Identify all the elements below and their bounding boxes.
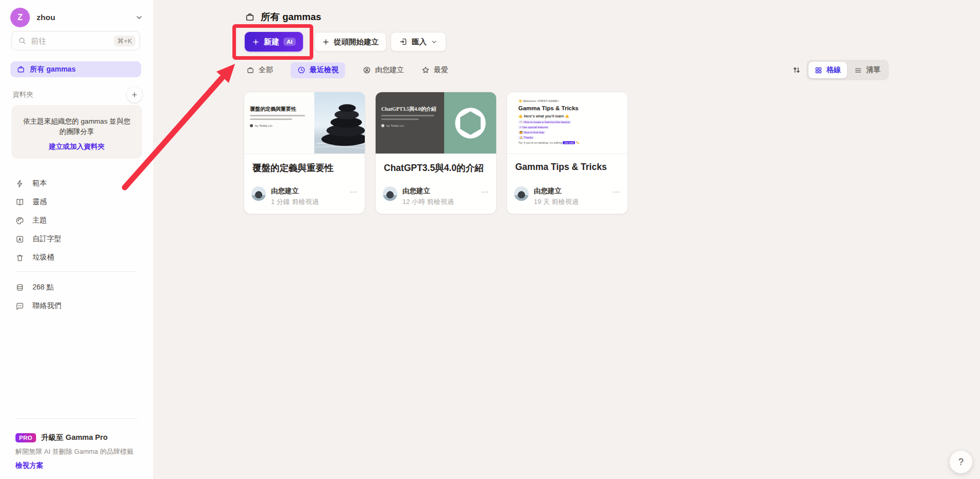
sidebar-item-contact-us[interactable]: 聯絡我們 [0,297,153,315]
workspace-menu[interactable]: Z zhou [10,7,143,28]
creator-avatar [383,186,397,201]
gammas-box-icon [16,65,25,74]
sidebar-divider [15,271,138,272]
book-icon [15,198,24,207]
sidebar: Z zhou ⌘+K 所有 gammas 資料夾 [0,0,153,479]
folders-empty-text-line2: 的團隊分享 [59,128,94,135]
filter-label: 由您建立 [375,65,404,75]
palette-icon [15,216,24,225]
upgrade-row[interactable]: PRO 升級至 Gamma Pro [15,433,144,442]
filter-label: 最近檢視 [310,65,339,75]
openai-logo [444,92,496,153]
creator-avatar [251,186,266,201]
star-icon [421,66,430,74]
filter-recently-viewed[interactable]: 最近檢視 [291,62,345,78]
thumb-subtitle: 🤙 Here's what you'll learn 🤙 [518,114,620,118]
search-box[interactable]: ⌘+K [11,31,140,50]
gamma-card-grid: 覆盤的定義與重要性 by Teddy Lin [244,92,628,214]
gamma-card-tips-tricks[interactable]: 👋 Welcome <FIRST-NAME> Gamma Tips & Tric… [506,92,628,214]
upgrade-block: PRO 升級至 Gamma Pro 解開無限 AI 並刪除 Gamma 的品牌標… [15,433,144,470]
import-button[interactable]: 匯入 [391,32,446,52]
credits-label: 268 點 [32,283,54,292]
view-plans-link[interactable]: 檢視方案 [15,461,144,470]
sidebar-item-themes[interactable]: 主題 [0,211,153,230]
sidebar-item-custom-fonts[interactable]: 自訂字型 [0,230,153,248]
filter-favorites[interactable]: 最愛 [421,65,448,75]
folders-empty-state: 依主題來組織您的 gammas 並與您 的團隊分享 建立或加入資料夾 [11,105,142,159]
page-title: 所有 gammas [245,10,321,23]
card-thumbnail: 覆盤的定義與重要性 by Teddy Lin [244,92,365,154]
help-button[interactable]: ? [950,451,972,473]
card-menu-button[interactable]: ⋯ [481,187,489,196]
user-name: zhou [37,13,135,22]
card-menu-button[interactable]: ⋯ [613,187,620,196]
gammas-box-icon [245,12,255,22]
card-viewed-time: 1 分鐘 前檢視過 [271,197,350,207]
zen-stones-image [314,92,365,153]
sidebar-item-templates[interactable]: 範本 [0,174,153,193]
trash-icon [15,253,24,262]
card-thumbnail: 👋 Welcome <FIRST-NAME> Gamma Tips & Tric… [507,92,628,154]
import-icon [399,38,408,46]
sidebar-item-credits[interactable]: 268 點 [0,278,153,297]
chevron-down-icon [135,13,143,22]
new-with-ai-button[interactable]: 新建 AI [245,32,303,52]
custom-font-icon [15,235,24,244]
user-avatar: Z [10,8,30,27]
sidebar-nav: 範本 靈感 主題 自訂字型 [0,174,153,267]
view-list-option[interactable]: 清單 [848,62,887,78]
search-input[interactable] [31,37,114,45]
card-meta: 由您建立 1 分鐘 前檢視過 ⋯ [251,186,358,207]
help-question-mark: ? [958,457,964,468]
list-icon [854,66,862,74]
card-creator: 由您建立 [534,186,613,196]
lightning-icon [15,179,24,188]
sidebar-item-label: 所有 gammas [30,65,76,74]
thumb-list-item: 🖱️ How to create a Gamma (the basics) [518,121,571,124]
gamma-dashboard: Z zhou ⌘+K 所有 gammas 資料夾 [0,0,980,479]
add-folder-button[interactable] [127,87,142,102]
card-thumbnail: ChatGPT3.5與4.0的介紹 by Teddy Lin [376,92,496,154]
sidebar-item-all-gammas[interactable]: 所有 gammas [10,61,141,77]
folders-label: 資料夾 [12,90,127,99]
chat-bubble-icon [15,302,24,311]
view-grid-option[interactable]: 格線 [808,62,847,78]
ai-badge: AI [283,38,296,46]
sidebar-item-label: 垃圾桶 [32,253,54,262]
contact-label: 聯絡我們 [32,301,61,311]
card-title: 覆盤的定義與重要性 [252,162,357,174]
sidebar-item-trash[interactable]: 垃圾桶 [0,248,153,267]
upgrade-subtitle: 解開無限 AI 並刪除 Gamma 的品牌標籤 [15,447,144,456]
card-meta: 由您建立 19 天 前檢視過 ⋯ [514,186,620,207]
thumb-list-item: ⚡ Use special features [518,126,549,129]
folders-header: 資料夾 [12,87,143,103]
thumb-list-item: 🙏 Thanks [518,136,534,139]
card-viewed-time: 19 天 前檢視過 [534,197,613,207]
pro-badge: PRO [15,433,36,442]
search-icon [18,37,26,45]
filter-all[interactable]: 全部 [246,65,273,75]
card-creator: 由您建立 [402,186,481,196]
gamma-card-chatgpt-intro[interactable]: ChatGPT3.5與4.0的介紹 by Teddy Lin [375,92,497,214]
plus-icon [322,38,330,46]
sidebar-item-inspiration[interactable]: 靈感 [0,193,153,211]
gammas-box-icon [246,66,255,74]
filter-created-by-you[interactable]: 由您建立 [363,65,404,75]
new-button-label: 新建 [264,37,279,47]
search-shortcut: ⌘+K [114,36,136,46]
card-title: ChatGPT3.5與4.0的介紹 [384,162,488,174]
gamma-card-review-definition[interactable]: 覆盤的定義與重要性 by Teddy Lin [244,92,365,214]
create-from-scratch-button[interactable]: 從頭開始建立 [314,32,386,52]
thumb-list-item: 🙋 How to find help [518,131,545,134]
creator-avatar [514,186,529,201]
sidebar-item-label: 主題 [32,216,47,225]
card-menu-button[interactable]: ⋯ [350,187,358,196]
sort-button[interactable] [789,63,804,77]
upgrade-title: 升級至 Gamma Pro [41,433,108,442]
filter-label: 全部 [259,65,273,75]
import-label: 匯入 [412,37,427,47]
create-or-join-folder-link[interactable]: 建立或加入資料夾 [19,142,135,151]
card-viewed-time: 12 小時 前檢視過 [402,197,481,207]
thumb-tip-text: Tip: if you're on desktop, try editing [518,141,562,144]
sidebar-item-label: 自訂字型 [32,234,61,244]
